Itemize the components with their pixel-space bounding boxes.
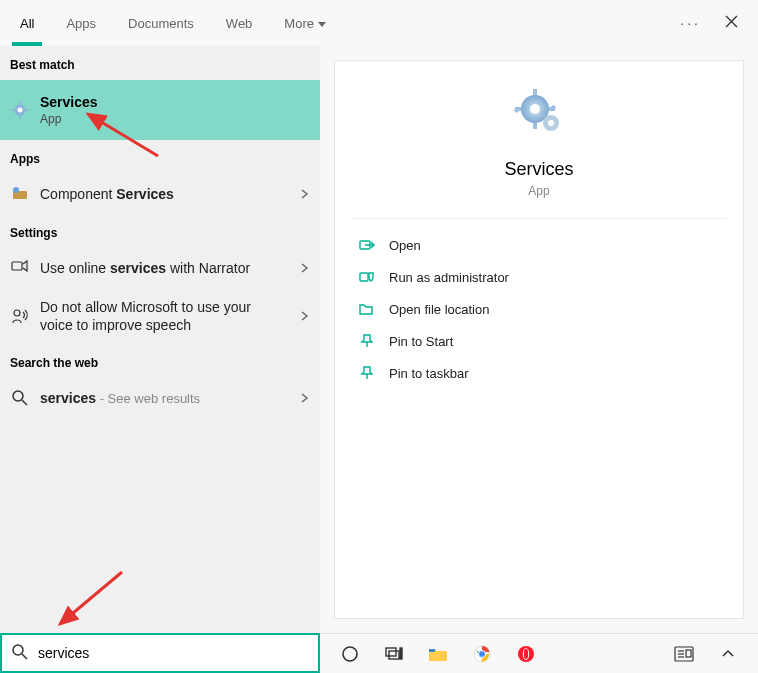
svg-rect-27	[400, 648, 402, 659]
svg-point-35	[524, 648, 528, 658]
svg-point-12	[530, 104, 540, 114]
preview-title: Services	[351, 159, 727, 180]
svg-rect-25	[386, 648, 396, 656]
chevron-right-icon	[300, 261, 310, 276]
close-icon[interactable]	[725, 15, 738, 31]
action-label: Open file location	[389, 302, 489, 317]
tab-all[interactable]: All	[4, 0, 50, 46]
svg-rect-3	[19, 116, 21, 119]
svg-rect-26	[389, 651, 399, 659]
action-label: Pin to Start	[389, 334, 453, 349]
result-label: Use online services with Narrator	[40, 259, 250, 277]
action-run-admin[interactable]: Run as administrator	[335, 261, 743, 293]
svg-rect-2	[19, 101, 21, 104]
svg-rect-22	[360, 273, 368, 281]
pin-icon	[359, 333, 375, 349]
section-settings: Settings	[0, 214, 320, 248]
chrome-icon[interactable]	[472, 644, 492, 664]
tab-more[interactable]: More	[268, 0, 342, 46]
search-icon	[12, 644, 28, 663]
action-open-location[interactable]: Open file location	[335, 293, 743, 325]
file-explorer-icon[interactable]	[428, 644, 448, 664]
taskbar	[0, 633, 758, 673]
action-label: Run as administrator	[389, 270, 509, 285]
results-list: Best match Services App Apps Component S…	[0, 46, 320, 633]
services-gear-icon	[511, 85, 567, 141]
search-icon	[10, 388, 30, 408]
tray-chevron-up-icon[interactable]	[718, 644, 738, 664]
action-open[interactable]: Open	[335, 229, 743, 261]
opera-icon[interactable]	[516, 644, 536, 664]
action-pin-start[interactable]: Pin to Start	[335, 325, 743, 357]
tab-documents[interactable]: Documents	[112, 0, 210, 46]
search-input[interactable]	[38, 645, 308, 661]
result-label: services - See web results	[40, 389, 200, 408]
svg-point-20	[548, 120, 554, 126]
pin-icon	[359, 365, 375, 381]
section-best-match: Best match	[0, 46, 320, 80]
svg-rect-4	[11, 109, 14, 111]
svg-rect-14	[533, 123, 537, 129]
voice-icon	[10, 306, 30, 326]
gear-icon	[10, 100, 30, 120]
action-label: Open	[389, 238, 421, 253]
result-title: Services	[40, 94, 98, 110]
chevron-right-icon	[300, 187, 310, 202]
news-tray-icon[interactable]	[674, 644, 694, 664]
more-options-icon[interactable]: ···	[680, 15, 701, 31]
task-view-icon[interactable]	[384, 644, 404, 664]
result-web-services[interactable]: services - See web results	[0, 378, 320, 418]
preview-sub: App	[351, 184, 727, 198]
svg-rect-40	[686, 650, 691, 657]
chevron-right-icon	[300, 309, 310, 324]
section-apps: Apps	[0, 140, 320, 174]
svg-point-10	[13, 391, 23, 401]
result-label: Do not allow Microsoft to use your voice…	[40, 298, 260, 334]
chevron-down-icon	[318, 16, 326, 31]
result-component-services[interactable]: Component Services	[0, 174, 320, 214]
svg-rect-13	[533, 89, 537, 95]
tab-web[interactable]: Web	[210, 0, 269, 46]
cortana-icon[interactable]	[340, 644, 360, 664]
actions-list: Open Run as administrator Open file loca…	[335, 219, 743, 399]
svg-point-7	[13, 187, 19, 193]
tab-more-label: More	[284, 16, 314, 31]
svg-point-1	[18, 108, 23, 113]
svg-rect-5	[26, 109, 29, 111]
svg-point-23	[13, 645, 23, 655]
chevron-right-icon	[300, 391, 310, 406]
section-web: Search the web	[0, 344, 320, 378]
result-narrator-services[interactable]: Use online services with Narrator	[0, 248, 320, 288]
svg-rect-8	[12, 262, 22, 270]
action-label: Pin to taskbar	[389, 366, 469, 381]
admin-shield-icon	[359, 269, 375, 285]
svg-rect-28	[429, 649, 435, 652]
filter-tabs: All Apps Documents Web More ···	[0, 0, 758, 46]
result-services[interactable]: Services App	[0, 80, 320, 140]
svg-point-24	[343, 647, 357, 661]
result-voice-privacy[interactable]: Do not allow Microsoft to use your voice…	[0, 288, 320, 344]
svg-point-9	[14, 310, 20, 316]
component-services-icon	[10, 184, 30, 204]
result-sub: App	[40, 112, 98, 126]
tab-apps[interactable]: Apps	[50, 0, 112, 46]
search-box[interactable]	[0, 633, 320, 673]
narrator-icon	[10, 258, 30, 278]
action-pin-taskbar[interactable]: Pin to taskbar	[335, 357, 743, 389]
preview-pane: Services App Open Run as administrator	[320, 46, 758, 633]
open-icon	[359, 237, 375, 253]
folder-icon	[359, 301, 375, 317]
result-label: Component Services	[40, 185, 174, 203]
